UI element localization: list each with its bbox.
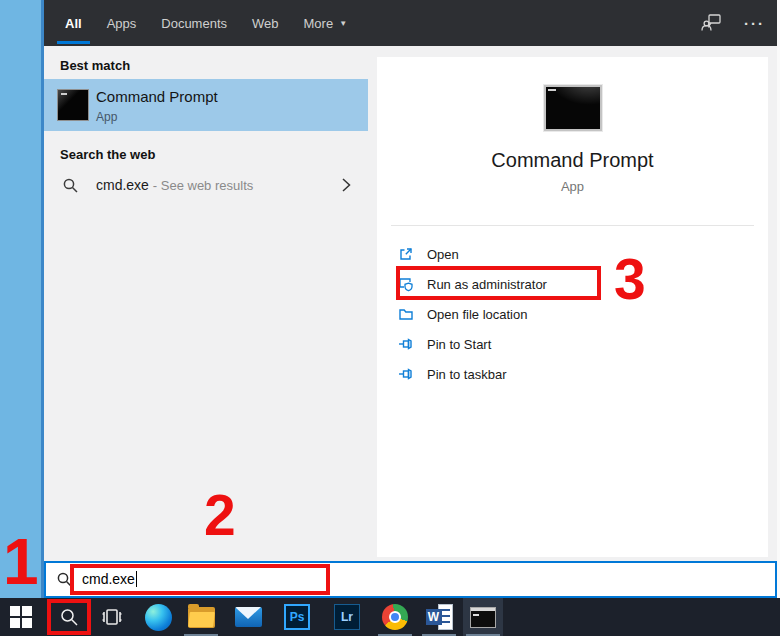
taskbar-item-chrome[interactable] <box>375 598 415 636</box>
photoshop-icon: Ps <box>284 604 310 630</box>
file-explorer-icon <box>188 607 215 628</box>
annotation-box-search-input <box>70 564 330 595</box>
taskbar-item-mail[interactable] <box>228 598 268 636</box>
mail-icon <box>235 607 262 627</box>
command-prompt-icon <box>470 607 496 628</box>
search-filter-bar: All Apps Documents Web More ▼ <box>44 0 777 46</box>
word-icon: W <box>426 604 453 630</box>
feedback-icon[interactable] <box>700 12 722 34</box>
lightroom-icon: Lr <box>334 604 360 630</box>
pin-icon <box>398 336 414 352</box>
search-web-header: Search the web <box>60 147 155 162</box>
edge-icon <box>145 604 172 631</box>
web-search-result[interactable]: cmd.exe - See web results <box>44 168 368 204</box>
action-pin-to-start[interactable]: Pin to Start <box>377 329 768 359</box>
preview-app-title: Command Prompt <box>377 149 768 172</box>
result-subtitle: App <box>96 110 117 124</box>
annotation-step-3: 3 <box>614 251 646 308</box>
header-actions: ··· <box>700 0 765 46</box>
action-open[interactable]: Open <box>377 239 768 269</box>
taskbar: Ps Lr W <box>0 598 780 636</box>
result-title: Command Prompt <box>96 88 218 105</box>
action-pin-to-taskbar[interactable]: Pin to taskbar <box>377 359 768 389</box>
task-view-button[interactable] <box>92 598 132 636</box>
desktop-edge-strip <box>0 0 44 598</box>
taskbar-item-photoshop[interactable]: Ps <box>277 598 317 636</box>
chrome-icon <box>382 604 408 630</box>
annotation-step-1: 1 <box>3 530 39 594</box>
folder-location-icon <box>398 306 414 322</box>
filter-tabs: All Apps Documents Web More ▼ <box>65 0 347 46</box>
task-view-icon <box>100 605 124 629</box>
tab-all[interactable]: All <box>65 0 82 46</box>
chevron-right-icon <box>338 177 354 197</box>
web-result-annotation: - See web results <box>153 178 253 193</box>
taskbar-item-edge[interactable] <box>138 598 178 636</box>
best-match-result-command-prompt[interactable]: Command Prompt App <box>44 79 368 131</box>
ellipsis-menu-icon[interactable]: ··· <box>744 15 765 32</box>
annotation-step-2: 2 <box>204 487 236 544</box>
start-button[interactable] <box>1 598 41 636</box>
pin-icon <box>398 366 414 382</box>
search-results-area: Best match Command Prompt App Search the… <box>44 46 777 598</box>
taskbar-item-word[interactable]: W <box>419 598 459 636</box>
chevron-down-icon: ▼ <box>339 19 347 28</box>
annotation-box-run-as-administrator <box>396 266 601 300</box>
preview-panel: Command Prompt App Open <box>377 57 768 557</box>
windows-search-screenshot: All Apps Documents Web More ▼ <box>0 0 780 636</box>
web-query-text: cmd.exe <box>96 177 149 193</box>
divider <box>391 225 754 226</box>
tab-documents[interactable]: Documents <box>161 0 227 46</box>
taskbar-item-command-prompt[interactable] <box>463 598 503 636</box>
preview-app-subtitle: App <box>377 179 768 194</box>
command-prompt-icon-large <box>544 85 602 131</box>
command-prompt-icon <box>57 89 89 121</box>
taskbar-item-lightroom[interactable]: Lr <box>327 598 367 636</box>
open-icon <box>398 246 414 262</box>
context-actions: Open Run as administrator Open file <box>377 239 768 389</box>
annotation-box-taskbar-search <box>47 599 91 635</box>
tab-web[interactable]: Web <box>252 0 279 46</box>
action-open-file-location[interactable]: Open file location <box>377 299 768 329</box>
tab-more[interactable]: More ▼ <box>304 0 348 46</box>
windows-logo-icon <box>10 606 32 628</box>
best-match-header: Best match <box>60 58 130 73</box>
tab-apps[interactable]: Apps <box>107 0 137 46</box>
taskbar-item-file-explorer[interactable] <box>181 598 221 636</box>
search-icon <box>62 177 79 198</box>
